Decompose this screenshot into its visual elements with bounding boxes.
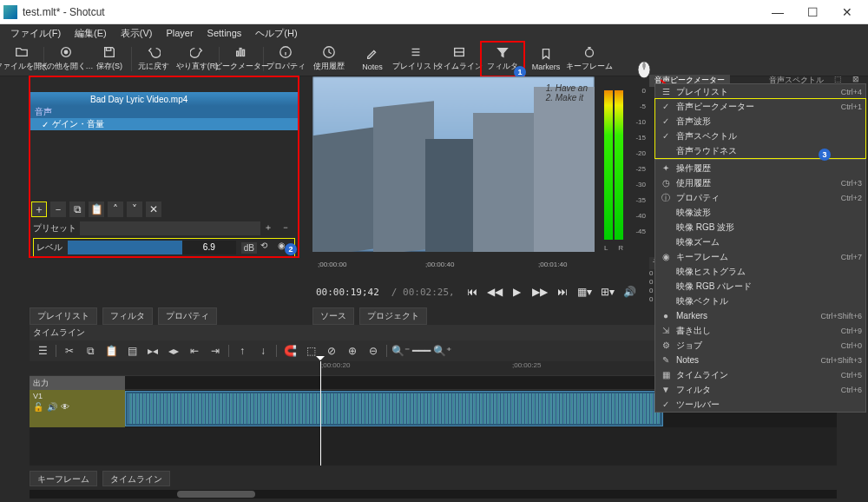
- maximize-button[interactable]: ☐: [795, 1, 830, 23]
- timeline-tool[interactable]: ↑: [233, 342, 252, 360]
- view-menu-item[interactable]: 音声ラウドネス: [655, 143, 865, 158]
- view-menu-item[interactable]: ⓘプロパティCtrl+2: [655, 190, 865, 205]
- rewind-button[interactable]: ◀◀: [486, 283, 503, 301]
- play-button[interactable]: ▶: [509, 283, 526, 301]
- timeline-tool[interactable]: ▤: [122, 342, 141, 360]
- paste-filter-button[interactable]: 📋: [89, 201, 104, 217]
- hide-icon[interactable]: 👁: [61, 402, 69, 412]
- view-menu-item[interactable]: ⚙ジョブCtrl+0: [655, 338, 865, 353]
- timeline-tool[interactable]: ▸◂: [143, 342, 162, 360]
- view-menu-item[interactable]: 映像 RGB 波形: [655, 220, 865, 234]
- minimize-button[interactable]: —: [760, 1, 795, 23]
- markers-button[interactable]: Markers: [524, 42, 568, 76]
- view-menu-item[interactable]: ✓音声ピークメーターCtrl+1: [655, 99, 865, 114]
- menu-編集(E)[interactable]: 編集(E): [68, 27, 114, 40]
- view-menu-item[interactable]: 映像ベクトル: [655, 294, 865, 308]
- timeline-tool[interactable]: 🔍⁺: [432, 342, 451, 360]
- bottom-tab[interactable]: キーフレーム: [30, 471, 97, 486]
- timeline-tool[interactable]: 📋: [102, 342, 121, 360]
- redo-button[interactable]: やり直す(R): [175, 42, 219, 76]
- peakmeter-button[interactable]: ピークメーター: [220, 42, 263, 76]
- playhead[interactable]: [320, 361, 321, 466]
- timeline-tool[interactable]: ⇤: [185, 342, 204, 360]
- view-menu-item[interactable]: ✎NotesCtrl+Shift+3: [655, 353, 865, 367]
- view-menu-item[interactable]: ◉キーフレームCtrl+7: [655, 249, 865, 264]
- timeline-clip[interactable]: [125, 391, 663, 426]
- copy-filter-button[interactable]: ⧉: [69, 201, 85, 217]
- view-menu-item[interactable]: ✓音声波形: [655, 114, 865, 129]
- timeline-scrollbar[interactable]: [30, 490, 837, 499]
- timeline-button[interactable]: タイムライン: [437, 42, 481, 76]
- video-preview[interactable]: 1. Have an 2. Make it: [312, 76, 595, 252]
- move-up-button[interactable]: ˄: [108, 201, 123, 217]
- undo-button[interactable]: 元に戻す: [132, 42, 175, 76]
- filter-category[interactable]: 音声: [30, 106, 299, 118]
- timeline-tool[interactable]: 🔍⁻: [391, 342, 410, 360]
- preset-select[interactable]: [80, 221, 260, 235]
- add-filter-button[interactable]: ＋: [31, 201, 47, 217]
- menu-ファイル(F)[interactable]: ファイル(F): [3, 27, 68, 40]
- volume-button[interactable]: 🔊: [621, 283, 639, 301]
- zoom-button[interactable]: ▦▾: [576, 283, 594, 301]
- timecode-position[interactable]: 00:00:19;42: [316, 287, 379, 298]
- forward-button[interactable]: ▶▶: [531, 283, 549, 301]
- timeline-tool[interactable]: ⊕: [343, 342, 362, 360]
- view-menu-item[interactable]: ●MarkersCtrl+Shift+6: [655, 308, 865, 323]
- lock-icon[interactable]: 🔓: [33, 402, 43, 412]
- view-menu-item[interactable]: ✓ツールバー: [655, 397, 865, 412]
- menu-表示(V)[interactable]: 表示(V): [114, 27, 160, 40]
- view-menu-item[interactable]: ◷使用履歴Ctrl+3: [655, 175, 865, 190]
- source-tab[interactable]: ソース: [312, 307, 354, 325]
- preset-add-button[interactable]: ＋: [264, 221, 278, 235]
- timeline-tool[interactable]: ⧉: [81, 342, 100, 360]
- view-menu-item[interactable]: 映像 RGB パレード: [655, 279, 865, 294]
- disable-filter-button[interactable]: ✕: [146, 201, 161, 217]
- view-menu-item[interactable]: 映像ヒストグラム: [655, 264, 865, 279]
- level-reset-button[interactable]: ⟲: [260, 241, 274, 254]
- view-menu-item[interactable]: ✦操作履歴: [655, 161, 865, 175]
- move-down-button[interactable]: ˅: [127, 201, 142, 217]
- menu-Player[interactable]: Player: [159, 28, 200, 38]
- menu-ヘルプ(H)[interactable]: ヘルプ(H): [248, 27, 304, 40]
- notes-button[interactable]: Notes: [351, 42, 394, 76]
- keyframes-button[interactable]: キーフレーム: [568, 42, 611, 76]
- timeline-tool[interactable]: ◂▸: [164, 342, 183, 360]
- view-menu-item[interactable]: 映像ズーム: [655, 234, 865, 249]
- view-menu-item[interactable]: 映像波形: [655, 205, 865, 220]
- filter-item[interactable]: ✓ゲイン・音量: [30, 118, 299, 130]
- mute-icon[interactable]: 🔊: [47, 402, 57, 412]
- open-button[interactable]: ファイルを開く: [0, 42, 43, 76]
- view-menu-item[interactable]: ▦タイムラインCtrl+5: [655, 367, 865, 382]
- panel-tab[interactable]: フィルタ: [102, 307, 153, 325]
- menu-Settings[interactable]: Settings: [201, 28, 249, 38]
- bottom-tab[interactable]: タイムライン: [102, 471, 170, 486]
- project-tab[interactable]: プロジェクト: [359, 307, 427, 325]
- level-slider[interactable]: 6.9: [68, 241, 236, 254]
- properties-button[interactable]: プロパティ: [264, 42, 307, 76]
- view-menu-item[interactable]: ☰プレイリストCtrl+4: [655, 84, 865, 99]
- remove-filter-button[interactable]: －: [50, 201, 66, 217]
- preset-remove-button[interactable]: －: [281, 221, 295, 235]
- timeline-tool[interactable]: ⊘: [322, 342, 341, 360]
- openother-button[interactable]: その他を開く…: [44, 42, 88, 76]
- timeline-tool[interactable]: ⇥: [206, 342, 225, 360]
- close-button[interactable]: ✕: [830, 1, 865, 23]
- timeline-tool[interactable]: ↓: [253, 342, 273, 360]
- timeline-tool[interactable]: ⊖: [364, 342, 383, 360]
- save-button[interactable]: 保存(S): [88, 42, 131, 76]
- playlist-button[interactable]: プレイリスト: [394, 42, 437, 76]
- panel-tab[interactable]: プレイリスト: [30, 307, 97, 325]
- view-menu-item[interactable]: ▼フィルタCtrl+6: [655, 382, 865, 397]
- filters-button[interactable]: フィルタ1: [481, 42, 524, 76]
- timeline-tool[interactable]: ━━━: [411, 342, 431, 360]
- skip-start-button[interactable]: ⏮: [464, 283, 481, 301]
- timeline-tool[interactable]: 🧲: [280, 342, 299, 360]
- recent-button[interactable]: 使用履歴: [307, 42, 351, 76]
- timeline-tool[interactable]: ✂: [60, 342, 79, 360]
- skip-end-button[interactable]: ⏭: [554, 283, 571, 301]
- view-menu-item[interactable]: ⇲書き出しCtrl+9: [655, 323, 865, 338]
- grid-button[interactable]: ⊞▾: [599, 283, 616, 301]
- view-menu-item[interactable]: ✓音声スペクトル: [655, 129, 865, 143]
- transport-ruler[interactable]: ;00:00:00;00:00:40;00:01:40: [312, 261, 648, 278]
- timeline-tool[interactable]: ☰: [33, 342, 52, 360]
